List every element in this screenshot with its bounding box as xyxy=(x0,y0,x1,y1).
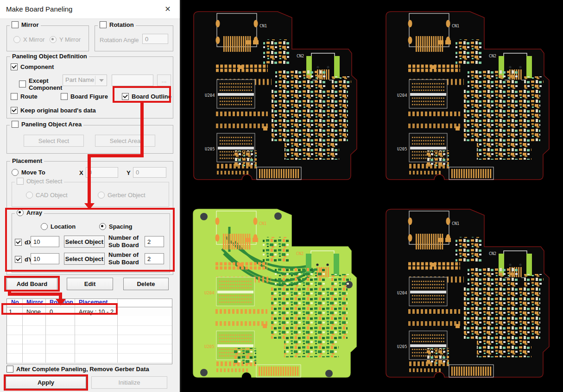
cad-object-radio-row: CAD Object xyxy=(26,192,68,199)
dy-sub-board-count-input[interactable] xyxy=(145,253,164,264)
mirror-checkbox[interactable] xyxy=(12,21,19,28)
chevron-down-icon xyxy=(99,79,104,82)
mirror-group: Mirror X Mirror Y Mirror xyxy=(6,25,89,51)
move-to-radio-row: Move To xyxy=(12,169,45,176)
move-to-radio[interactable] xyxy=(12,169,19,176)
dx-select-object-button[interactable]: Select Object xyxy=(64,236,105,248)
browse-ellipsis-button: ... xyxy=(157,75,171,86)
board-figure-checkbox-row: Board Figure xyxy=(61,93,108,100)
object-select-group: Object Select CAD Object Gerber Object xyxy=(12,182,169,207)
pcb-board-bottom-left-highlighted[interactable] xyxy=(193,209,356,377)
spacing-radio-row: Spacing xyxy=(99,223,133,230)
paneling-object-area-checkbox[interactable] xyxy=(12,121,19,128)
edit-button[interactable]: Edit xyxy=(67,278,113,290)
pcb-viewer: CN1 U204 U205 xyxy=(180,0,563,392)
col-no[interactable]: No xyxy=(7,299,22,307)
x-label: X xyxy=(79,169,83,176)
rotation-checkbox[interactable] xyxy=(100,21,107,28)
col-placement[interactable]: Placement xyxy=(75,299,117,307)
placement-group-label: Placement xyxy=(10,157,44,164)
dx-checkbox[interactable] xyxy=(15,239,22,246)
initialize-button: Initialize xyxy=(91,376,167,389)
except-component-checkbox-row: Except Component xyxy=(19,77,62,91)
rotation-label: Rotation xyxy=(109,21,134,28)
rotation-angle-label: Rotation Angle xyxy=(100,37,139,44)
route-checkbox-row: Route xyxy=(11,93,38,100)
array-radio[interactable] xyxy=(17,209,24,216)
keep-original-checkbox[interactable] xyxy=(11,107,18,114)
x-input xyxy=(86,167,118,178)
paneling-object-area-group: Paneling Object Area Select Rect Select … xyxy=(6,125,173,154)
location-radio-row: Location xyxy=(41,223,76,230)
definition-group-label: Paneling Object Definition xyxy=(10,53,89,60)
board-outline-checkbox-row: Board Outline xyxy=(122,93,171,100)
keep-original-checkbox-row: Keep original board's data xyxy=(11,107,96,114)
remove-gerber-checkbox-row: After Complete Paneling, Remove Gerber D… xyxy=(6,366,149,373)
component-checkbox[interactable] xyxy=(11,63,18,70)
y-mirror-radio: Y Mirror xyxy=(50,36,81,43)
dy-count-label: Number ofSub Board xyxy=(108,251,139,266)
dx-sub-board-count-input[interactable] xyxy=(145,236,164,247)
make-board-paneling-dialog: Make Board Paneling ✕ Mirror X Mirror Y … xyxy=(0,0,181,392)
close-icon[interactable]: ✕ xyxy=(161,0,174,19)
route-checkbox[interactable] xyxy=(11,93,18,100)
location-radio[interactable] xyxy=(41,223,48,230)
component-checkbox-row: Component xyxy=(11,63,54,70)
object-select-checkbox xyxy=(17,178,24,185)
dy-checkbox[interactable] xyxy=(15,256,22,263)
spacing-radio[interactable] xyxy=(99,223,106,230)
dy-input[interactable] xyxy=(31,253,59,264)
gerber-object-radio xyxy=(98,192,105,199)
board-outline-checkbox[interactable] xyxy=(122,93,129,100)
board-table-header: No Mirror Rotation Placement xyxy=(7,299,172,307)
apply-button[interactable]: Apply xyxy=(6,376,86,389)
titlebar: Make Board Paneling ✕ xyxy=(0,0,180,19)
mirror-label: Mirror xyxy=(21,21,39,28)
y-input xyxy=(133,167,166,178)
delete-button[interactable]: Delete xyxy=(123,278,169,290)
x-mirror-radio: X Mirror xyxy=(13,36,44,43)
gerber-object-radio-row: Gerber Object xyxy=(98,192,145,199)
table-empty-rows xyxy=(7,317,172,364)
board-table: No Mirror Rotation Placement 1 None 0 Ar… xyxy=(6,299,172,364)
dx-checkbox-row: dX xyxy=(15,239,32,246)
except-component-value-input xyxy=(112,75,153,86)
cad-object-radio xyxy=(26,192,33,199)
select-rect-button: Select Rect xyxy=(24,135,84,147)
table-row[interactable]: 1 None 0 Array : 10 - 2 xyxy=(7,307,172,316)
dx-count-label: Number ofSub Board xyxy=(108,234,139,249)
x-mirror-radio-circle xyxy=(13,36,20,43)
select-area-button: Select Area xyxy=(95,135,155,147)
dy-checkbox-row: dY xyxy=(15,256,32,263)
board-figure-checkbox[interactable] xyxy=(61,93,68,100)
col-rotation[interactable]: Rotation xyxy=(45,299,75,307)
dy-select-object-button[interactable]: Select Object xyxy=(64,253,105,265)
paneling-object-definition-group: Paneling Object Definition Component Exc… xyxy=(6,56,173,118)
remove-gerber-checkbox[interactable] xyxy=(6,366,13,373)
rotation-angle-input xyxy=(142,34,168,44)
y-label: Y xyxy=(127,169,131,176)
col-mirror[interactable]: Mirror xyxy=(22,299,45,307)
add-board-button[interactable]: Add Board xyxy=(6,278,57,290)
dialog-title: Make Board Paneling xyxy=(6,0,72,19)
array-group: Array Location Spacing dX Select Object … xyxy=(12,213,170,273)
part-name-dropdown: Part Name xyxy=(63,75,107,86)
y-mirror-radio-circle xyxy=(50,36,57,43)
rotation-group: Rotation Rotation Angle xyxy=(95,25,173,51)
except-component-checkbox[interactable] xyxy=(19,81,26,87)
dx-input[interactable] xyxy=(31,236,59,247)
pcb-board-top-right[interactable] xyxy=(386,12,549,180)
placement-group: Placement Move To X Y Object Select CAD … xyxy=(6,161,173,275)
pcb-board-top-left[interactable] xyxy=(194,12,357,180)
pcb-board-bottom-right[interactable] xyxy=(386,209,549,377)
